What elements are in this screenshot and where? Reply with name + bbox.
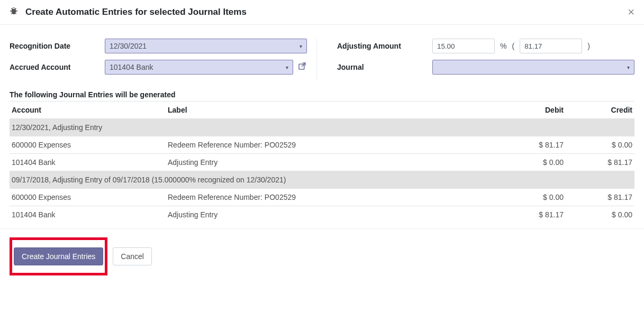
recognition-date-label: Recognition Date	[10, 42, 105, 50]
cell-account: 600000 Expenses	[10, 189, 166, 206]
modal-header: Create Automatic Entries for selected Jo…	[0, 0, 644, 25]
col-debit: Debit	[497, 102, 566, 119]
journal-label: Journal	[337, 63, 432, 71]
form-col-left: Recognition Date 12/30/2021 ▾ Accrued Ac…	[10, 39, 317, 81]
table-row: 600000 Expenses Redeem Reference Number:…	[10, 136, 634, 154]
generated-entries-heading: The following Journal Entries will be ge…	[10, 90, 634, 99]
cell-credit: $ 81.17	[566, 189, 634, 206]
adjusting-amount-label: Adjusting Amount	[337, 42, 432, 50]
cell-label: Adjusting Entry	[166, 154, 497, 171]
journal-select[interactable]: ▾	[432, 60, 634, 75]
cell-label: Adjusting Entry	[166, 206, 497, 224]
accrued-account-select[interactable]: 101404 Bank ▾	[105, 60, 293, 75]
col-account: Account	[10, 102, 166, 119]
field-journal: Journal ▾	[337, 60, 634, 75]
cell-debit: $ 0.00	[497, 189, 566, 206]
group-title: 12/30/2021, Adjusting Entry	[10, 119, 634, 136]
cell-credit: $ 81.17	[566, 154, 634, 171]
highlight-frame: Create Journal Entries	[10, 237, 107, 275]
cell-debit: $ 0.00	[497, 154, 566, 171]
modal-body: Recognition Date 12/30/2021 ▾ Accrued Ac…	[0, 25, 644, 228]
table-row: 600000 Expenses Redeem Reference Number:…	[10, 189, 634, 206]
chevron-down-icon: ▾	[627, 65, 630, 70]
cell-label: Redeem Reference Number: PO02529	[166, 136, 497, 154]
chevron-down-icon: ▾	[286, 65, 288, 70]
cell-account: 600000 Expenses	[10, 136, 166, 154]
bug-icon[interactable]	[10, 7, 18, 17]
percent-sign: %	[500, 42, 506, 50]
cell-account: 101404 Bank	[10, 206, 166, 224]
accrued-account-label: Accrued Account	[10, 63, 105, 71]
close-icon: ×	[628, 5, 634, 19]
group-row: 09/17/2018, Adjusting Entry of 09/17/201…	[10, 171, 634, 189]
table-row: 101404 Bank Adjusting Entry $ 0.00 $ 81.…	[10, 154, 634, 171]
cancel-button[interactable]: Cancel	[113, 247, 152, 265]
adjusting-percent-input[interactable]	[432, 39, 495, 53]
cell-credit: $ 0.00	[566, 206, 634, 224]
modal-title: Create Automatic Entries for selected Jo…	[25, 7, 247, 17]
cell-account: 101404 Bank	[10, 154, 166, 171]
cell-credit: $ 0.00	[566, 136, 634, 154]
recognition-date-input[interactable]: 12/30/2021 ▾	[105, 39, 307, 53]
group-row: 12/30/2021, Adjusting Entry	[10, 119, 634, 136]
accrued-account-value: 101404 Bank	[110, 63, 153, 71]
external-link-icon[interactable]	[297, 61, 307, 73]
chevron-down-icon: ▾	[300, 43, 302, 49]
form-row: Recognition Date 12/30/2021 ▾ Accrued Ac…	[10, 39, 634, 81]
adjusting-amount-input[interactable]	[520, 39, 582, 53]
cell-label: Redeem Reference Number: PO02529	[166, 189, 497, 206]
create-journal-entries-button[interactable]: Create Journal Entries	[14, 247, 103, 265]
field-recognition-date: Recognition Date 12/30/2021 ▾	[10, 39, 307, 53]
col-label: Label	[166, 102, 497, 119]
field-accrued-account: Accrued Account 101404 Bank ▾	[10, 60, 307, 75]
field-adjusting-amount: Adjusting Amount % ( )	[337, 39, 634, 53]
paren-open: (	[512, 42, 514, 50]
journal-entries-table: Account Label Debit Credit 12/30/2021, A…	[10, 101, 634, 223]
close-button[interactable]: ×	[628, 6, 634, 18]
col-credit: Credit	[566, 102, 634, 119]
modal-footer: Create Journal Entries Cancel	[0, 228, 644, 284]
table-row: 101404 Bank Adjusting Entry $ 81.17 $ 0.…	[10, 206, 634, 224]
cell-debit: $ 81.17	[497, 206, 566, 224]
cell-debit: $ 81.17	[497, 136, 566, 154]
paren-close: )	[587, 42, 590, 50]
group-title: 09/17/2018, Adjusting Entry of 09/17/201…	[10, 171, 634, 189]
recognition-date-value: 12/30/2021	[110, 42, 147, 50]
form-col-right: Adjusting Amount % ( ) Journal ▾	[328, 39, 634, 81]
